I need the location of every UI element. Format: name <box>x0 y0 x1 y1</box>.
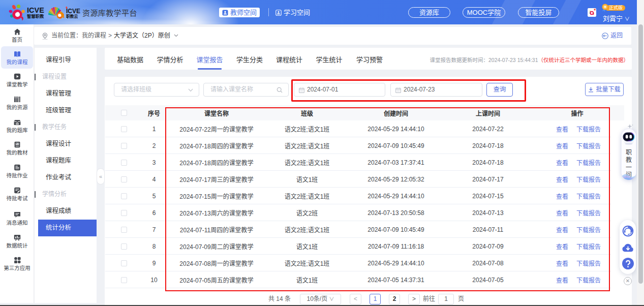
svg-text:数学: 数学 <box>15 142 19 145</box>
svg-text:ICVE: ICVE <box>66 8 80 15</box>
svg-text:职教云: 职教云 <box>66 14 78 19</box>
svg-text:ICVE: ICVE <box>27 6 44 14</box>
svg-text:智慧职教: 智慧职教 <box>27 14 44 19</box>
